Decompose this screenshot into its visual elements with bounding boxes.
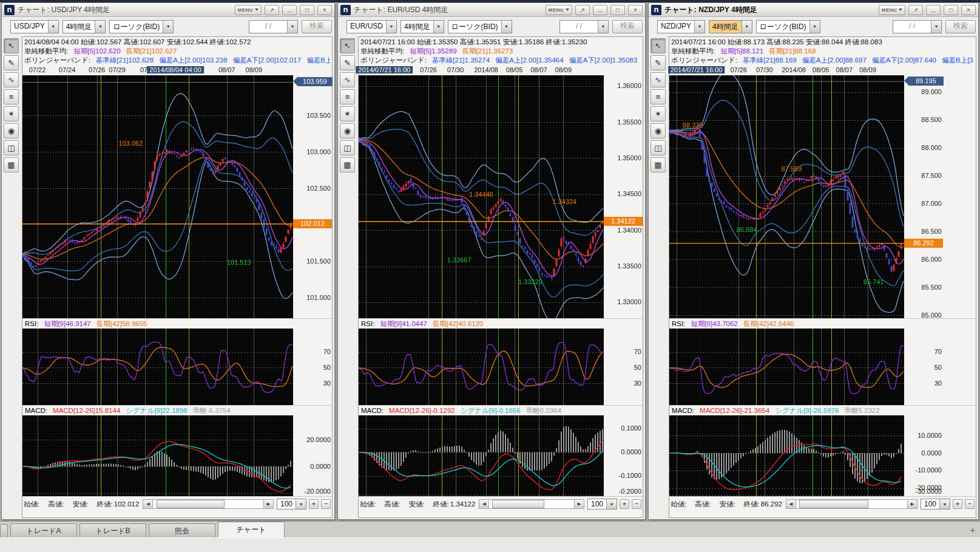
macd-canvas[interactable] (359, 415, 604, 496)
add-window-button[interactable]: + (970, 525, 975, 535)
taskbar-tab[interactable]: 照会 (149, 523, 215, 537)
scale-icon[interactable]: ≡ (4, 89, 19, 104)
taskbar-tab[interactable]: トレードB (79, 523, 146, 537)
chart-type-select[interactable]: ローソク(BID)▼ (756, 20, 820, 33)
chevron-down-icon[interactable]: ▼ (501, 21, 512, 33)
indicator-icon[interactable]: ∿ (651, 72, 666, 87)
taskbar-tab[interactable]: チャート (218, 522, 285, 537)
zoom-in-button[interactable]: ＋ (953, 499, 962, 509)
pair-select[interactable]: NZD/JPY▼ (657, 20, 705, 33)
zoom-out-button[interactable]: － (965, 499, 975, 509)
scrollbar-track[interactable] (489, 500, 574, 508)
scrollbar-thumb[interactable] (157, 500, 225, 508)
maximize-button[interactable]: □ (610, 5, 625, 15)
popout-button[interactable]: ↗ (265, 5, 279, 15)
draw-icon[interactable]: ✎ (4, 55, 19, 70)
scrollbar-track[interactable] (796, 500, 907, 508)
zoom-select[interactable]: 100▼ (277, 499, 306, 509)
date-input[interactable]: / /▼ (893, 20, 942, 33)
window-titlebar[interactable]: n チャート: USD/JPY 4時間足 MENU ↗ ＿ □ × (2, 3, 334, 17)
save-layout-icon[interactable]: ▦ (651, 157, 666, 172)
chevron-down-icon[interactable]: ▼ (598, 21, 608, 33)
price-canvas[interactable] (22, 75, 293, 318)
chevron-down-icon[interactable]: ▼ (296, 499, 306, 509)
macd-canvas[interactable] (22, 415, 293, 496)
scrollbar-thumb[interactable] (799, 500, 868, 508)
scroll-right-arrow-icon[interactable]: ▶ (574, 500, 584, 508)
symbols-icon[interactable]: ✶ (651, 106, 666, 121)
rsi-canvas[interactable] (22, 329, 293, 405)
minimize-button[interactable]: ＿ (282, 5, 297, 15)
save-layout-icon[interactable]: ▦ (340, 157, 355, 172)
chevron-down-icon[interactable]: ▼ (287, 21, 297, 33)
chart-type-select[interactable]: ローソク(BID)▼ (109, 20, 174, 33)
timeframe-select[interactable]: 4時間足▼ (709, 20, 752, 33)
save-layout-icon[interactable]: ▦ (4, 157, 19, 172)
print-icon[interactable]: ◫ (4, 140, 19, 155)
chevron-down-icon[interactable]: ▼ (694, 21, 705, 33)
select-cursor-icon[interactable]: ↖ (4, 38, 19, 53)
popout-button[interactable]: ↗ (575, 5, 590, 15)
macd-canvas[interactable] (669, 415, 904, 496)
chart-scrollbar[interactable]: ◀ ▶ (786, 499, 917, 509)
pair-select[interactable]: EUR/USD▼ (346, 20, 397, 33)
maximize-button[interactable]: □ (300, 5, 314, 15)
maximize-button[interactable]: □ (944, 5, 958, 15)
close-button[interactable]: × (628, 5, 643, 15)
date-input[interactable]: / /▼ (249, 20, 298, 33)
print-icon[interactable]: ◫ (340, 140, 355, 155)
scrollbar-thumb[interactable] (492, 500, 545, 508)
symbols-icon[interactable]: ✶ (340, 106, 355, 121)
window-titlebar[interactable]: n チャート: EUR/USD 4時間足 MENU ↗ ＿ □ × (338, 3, 645, 17)
close-button[interactable]: × (317, 5, 332, 15)
minimize-button[interactable]: ＿ (593, 5, 607, 15)
timeframe-select[interactable]: 4時間足▼ (63, 20, 106, 33)
popout-button[interactable]: ↗ (908, 5, 923, 15)
scroll-left-arrow-icon[interactable]: ◀ (479, 500, 489, 508)
indicator-icon[interactable]: ∿ (340, 72, 355, 87)
minimize-button[interactable]: ＿ (926, 5, 941, 15)
chevron-down-icon[interactable]: ▼ (606, 499, 617, 509)
select-cursor-icon[interactable]: ↖ (340, 38, 355, 53)
chevron-down-icon[interactable]: ▼ (742, 21, 752, 33)
scroll-right-arrow-icon[interactable]: ▶ (263, 500, 273, 508)
scale-icon[interactable]: ≡ (340, 89, 355, 104)
chevron-down-icon[interactable]: ▼ (433, 21, 444, 33)
chevron-down-icon[interactable]: ▼ (48, 21, 58, 33)
taskbar-tab[interactable]: トレードA (10, 523, 77, 537)
rsi-canvas[interactable] (669, 329, 904, 405)
print-icon[interactable]: ◫ (651, 140, 666, 155)
window-titlebar[interactable]: n チャート: NZD/JPY 4時間足 MENU ↗ ＿ □ × (649, 3, 978, 17)
search-button[interactable]: 検索 (945, 20, 976, 33)
date-input[interactable]: / /▼ (559, 20, 609, 33)
scale-icon[interactable]: ≡ (651, 89, 666, 104)
zoom-out-button[interactable]: － (321, 499, 331, 509)
chart-scrollbar[interactable]: ◀ ▶ (143, 499, 274, 509)
timeframe-select[interactable]: 4時間足▼ (400, 20, 444, 33)
close-button[interactable]: × (961, 5, 976, 15)
scroll-right-arrow-icon[interactable]: ▶ (907, 500, 917, 508)
search-button[interactable]: 検索 (612, 20, 643, 33)
zoom-out-button[interactable]: － (632, 499, 641, 509)
draw-icon[interactable]: ✎ (651, 55, 666, 70)
visibility-icon[interactable]: ◉ (651, 123, 666, 138)
chevron-down-icon[interactable]: ▼ (95, 21, 105, 33)
chevron-down-icon[interactable]: ▼ (939, 499, 950, 509)
zoom-select[interactable]: 100▼ (921, 499, 950, 509)
menu-button[interactable]: MENU (546, 5, 572, 15)
chevron-down-icon[interactable]: ▼ (809, 21, 820, 33)
zoom-in-button[interactable]: ＋ (620, 499, 629, 509)
search-button[interactable]: 検索 (302, 20, 332, 33)
chart-scrollbar[interactable]: ◀ ▶ (479, 499, 584, 509)
rsi-canvas[interactable] (359, 329, 604, 405)
price-canvas[interactable] (669, 75, 904, 318)
menu-button[interactable]: MENU (235, 5, 262, 15)
select-cursor-icon[interactable]: ↖ (651, 38, 666, 53)
taskbar-stub-tab[interactable] (0, 524, 8, 537)
price-canvas[interactable] (359, 75, 604, 318)
chevron-down-icon[interactable]: ▼ (163, 21, 173, 33)
scroll-left-arrow-icon[interactable]: ◀ (786, 500, 796, 508)
draw-icon[interactable]: ✎ (340, 55, 355, 70)
visibility-icon[interactable]: ◉ (4, 123, 19, 138)
pair-select[interactable]: USD/JPY▼ (10, 20, 59, 33)
